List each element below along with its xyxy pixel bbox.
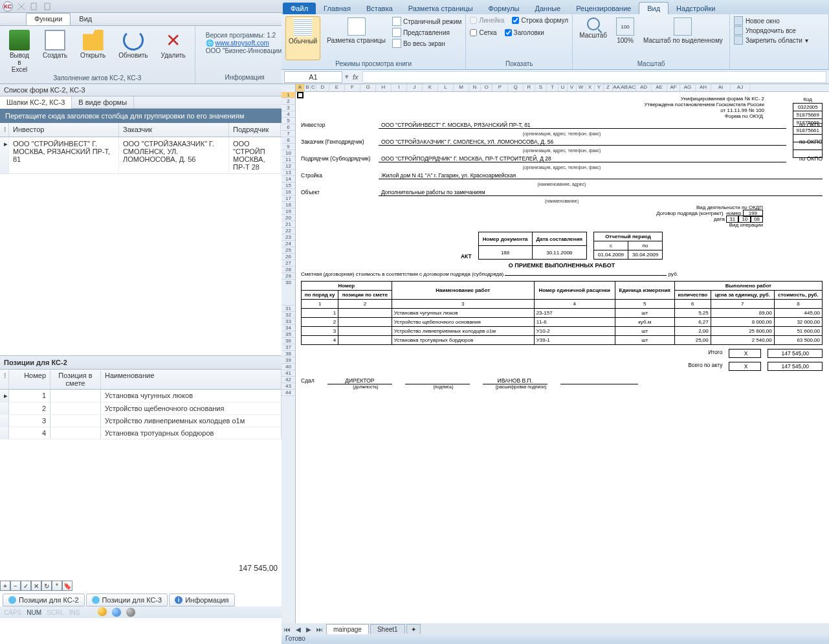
- tab-file[interactable]: Файл: [283, 3, 316, 14]
- active-cell-marker: [297, 92, 304, 98]
- sheet-nav-last[interactable]: ⏭: [314, 626, 326, 633]
- create-button[interactable]: Создать: [39, 28, 71, 74]
- position-row[interactable]: 4Установка тротуарных бордюров: [0, 427, 282, 439]
- btab-ks2[interactable]: Позиции для КС-2: [3, 594, 85, 606]
- group-show-label: Показать: [470, 60, 568, 67]
- tab-review[interactable]: Рецензирование: [568, 3, 639, 14]
- tab-functions[interactable]: Функции: [26, 13, 71, 25]
- pos-col-position[interactable]: Позиция в смете: [50, 370, 101, 389]
- record-navigator: + − ✓ ✕ ↻ * 🔖: [0, 581, 72, 592]
- column-headers[interactable]: ABCD EFGHI JKLMN OPQRS TUVWX YZAAABAC AD…: [296, 84, 829, 92]
- group-zoom-label: Масштаб: [577, 60, 725, 67]
- tab-formulas[interactable]: Формулы: [481, 3, 527, 14]
- sheet-tabs: ⏮ ◀ ▶ ⏭ mainpage Sheet1 ✦: [282, 623, 829, 635]
- btab-ks3[interactable]: Позиции для КС-3: [86, 594, 168, 606]
- position-row[interactable]: ▸1Установка чугунных люков: [0, 390, 282, 403]
- tab-view[interactable]: Вид: [71, 13, 100, 25]
- name-box[interactable]: A1: [284, 71, 342, 83]
- refresh-button[interactable]: Обновить: [115, 28, 151, 74]
- svg-rect-0: [31, 3, 36, 10]
- zoom-button[interactable]: Масштаб: [577, 16, 610, 60]
- forms-grid[interactable]: ⁝ Инвестор Заказчик Подрядчик ▸ ООО "СТР…: [0, 123, 282, 174]
- group-views-label: Режимы просмотра книги: [285, 60, 461, 67]
- customviews-button[interactable]: Представления: [392, 28, 461, 37]
- formula-bar: A1 ▾ fx: [282, 70, 829, 84]
- qat-copy-icon[interactable]: [30, 2, 39, 11]
- sheet-nav-next[interactable]: ▶: [304, 626, 314, 633]
- fullscreen-button[interactable]: Во весь экран: [392, 39, 461, 48]
- position-row[interactable]: 2Устройство щебеночного основания: [0, 403, 282, 415]
- nav-check[interactable]: ✓: [21, 581, 31, 591]
- zoom-selection-button[interactable]: Масштаб по выделенному: [641, 16, 725, 60]
- nav-refresh[interactable]: ↻: [41, 581, 52, 591]
- nav-bookmark[interactable]: 🔖: [62, 581, 72, 591]
- sheet-nav-first[interactable]: ⏮: [282, 626, 293, 633]
- tab-insert[interactable]: Вставка: [359, 3, 401, 14]
- svg-rect-1: [45, 3, 50, 10]
- btab-info[interactable]: iИнформация: [169, 594, 234, 606]
- pos-col-num[interactable]: Номер: [9, 370, 50, 389]
- freeze-button[interactable]: Закрепить области ▾: [734, 36, 824, 45]
- pagebreak-button[interactable]: Страничный режим: [392, 17, 461, 26]
- delete-button[interactable]: ✕Удалить: [157, 28, 190, 74]
- export-excel-button[interactable]: Вывод в Excel: [5, 28, 34, 74]
- subtab-formview[interactable]: В виде формы: [72, 96, 134, 108]
- left-statusbar: CAPS NUM SCRL INS: [0, 606, 282, 618]
- bottom-tabs: Позиции для КС-2 Позиции для КС-3 iИнфор…: [3, 594, 235, 606]
- positions-title: Позиции для КС-2: [0, 355, 282, 370]
- position-row[interactable]: 3Устройство ливнеприемных колодцев о1м: [0, 415, 282, 427]
- tab-addins[interactable]: Надстройки: [669, 3, 723, 14]
- sheet-tab-mainpage[interactable]: mainpage: [326, 624, 369, 634]
- ribbon-group-fill-label: Заполнение актов КС-2, КС-3: [53, 74, 141, 82]
- tab-data[interactable]: Данные: [527, 3, 568, 14]
- cell-investor: ООО "СТРОЙИНВЕСТ" Г. МОСКВА, РЯЗАНСКИЙ П…: [9, 137, 119, 173]
- qat-paste-icon[interactable]: [43, 2, 52, 11]
- left-tabs: Функции Вид: [0, 13, 282, 26]
- sheet-nav-prev[interactable]: ◀: [293, 626, 304, 633]
- sheet-tab-sheet1[interactable]: Sheet1: [370, 624, 405, 634]
- formula-input[interactable]: [362, 71, 826, 83]
- total-value: 147 545,00: [239, 564, 278, 573]
- document-content: Унифицированная форма № КС- 2 Утверждена…: [301, 96, 823, 389]
- worksheet[interactable]: ABCD EFGHI JKLMN OPQRS TUVWX YZAAABAC AD…: [282, 84, 829, 623]
- col-customer[interactable]: Заказчик: [119, 123, 229, 137]
- group-hint: Перетащите сюда заголовок столбца для гр…: [0, 109, 282, 123]
- nav-add[interactable]: +: [0, 581, 10, 591]
- forms-list-title: Список форм КС-2, КС-3: [0, 84, 282, 96]
- grid-row[interactable]: ▸ ООО "СТРОЙИНВЕСТ" Г. МОСКВА, РЯЗАНСКИЙ…: [0, 137, 282, 174]
- sheet-tab-new[interactable]: ✦: [406, 624, 421, 634]
- subtab-headers[interactable]: Шапки КС-2, КС-3: [0, 96, 72, 109]
- col-selector[interactable]: ⁝: [0, 123, 9, 137]
- formulabar-checkbox[interactable]: Строка формул: [512, 17, 568, 24]
- fx-icon[interactable]: fx: [349, 73, 362, 81]
- cell-customer: ООО "СТРОЙЗАКАЗЧИК" Г. СМОЛЕНСК, УЛ. ЛОМ…: [119, 137, 229, 173]
- qat-cut-icon[interactable]: [17, 2, 26, 11]
- zoom-100-button[interactable]: 100100%: [613, 16, 637, 60]
- grid-header: ⁝ Инвестор Заказчик Подрядчик: [0, 123, 282, 137]
- col-investor[interactable]: Инвестор: [9, 123, 119, 137]
- work-table: Номер Наименование работ Номер единичной…: [301, 281, 823, 345]
- gridlines-checkbox[interactable]: Сетка: [470, 29, 496, 36]
- headings-checkbox[interactable]: Заголовки: [505, 29, 544, 36]
- left-ribbon: Вывод в Excel Создать Открыть Обновить ✕…: [0, 26, 282, 84]
- pos-col-selector[interactable]: ⁝: [0, 370, 9, 389]
- website-link[interactable]: www.stroysoft.com: [216, 39, 269, 47]
- view-pagelayout-button[interactable]: Разметка страницы: [324, 16, 388, 60]
- view-normal-button[interactable]: Обычный: [285, 16, 320, 60]
- nav-cancel[interactable]: ✕: [31, 581, 41, 591]
- col-contractor[interactable]: Подрядчик: [229, 123, 281, 137]
- nav-filter[interactable]: *: [52, 581, 62, 591]
- row-headers[interactable]: 123456789 10111213141516171819 202122232…: [282, 84, 296, 623]
- tab-pagelayout[interactable]: Разметка страницы: [401, 3, 481, 14]
- newwindow-button[interactable]: Новое окно: [734, 16, 824, 25]
- tab-home[interactable]: Главная: [316, 3, 359, 14]
- open-button[interactable]: Открыть: [76, 28, 109, 74]
- cell-contractor: ООО "СТРОЙП МОСКВА, ПР-Т 28: [229, 137, 281, 173]
- app-logo: КС: [3, 1, 13, 12]
- excel-tabs: Файл Главная Вставка Разметка страницы Ф…: [282, 0, 829, 14]
- tab-view-active[interactable]: Вид: [639, 2, 669, 14]
- arrange-button[interactable]: Упорядочить все: [734, 26, 824, 35]
- pos-col-name[interactable]: Наименование: [101, 370, 282, 389]
- ruler-checkbox[interactable]: Линейка: [470, 17, 504, 24]
- nav-remove[interactable]: −: [10, 581, 21, 591]
